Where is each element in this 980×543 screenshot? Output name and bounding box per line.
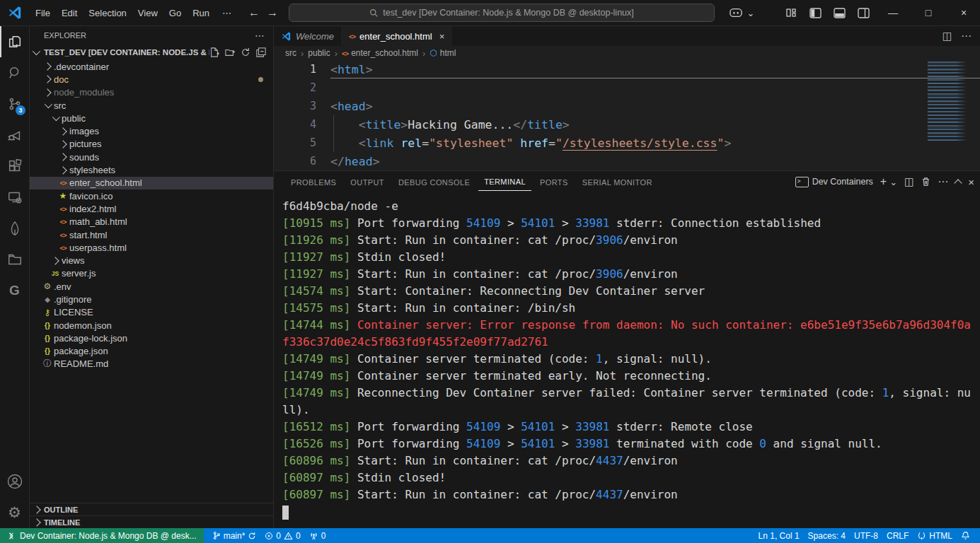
menu-selection[interactable]: Selection [83,5,132,21]
git-branch-status[interactable]: main* [208,528,261,543]
terminal-dropdown-chevron-icon[interactable]: ⌄ [889,177,897,187]
source-control-icon[interactable]: 3 [0,88,29,119]
tree-item-package-lock-json[interactable]: {}package-lock.json [30,332,273,344]
code-editor[interactable]: 1<html>23<head>4 <title>Hacking Game...<… [274,60,980,170]
customize-layout-icon[interactable] [780,3,802,23]
tree-item-views[interactable]: views [30,254,273,267]
menu-file[interactable]: File [30,5,56,21]
tree-item-userpass-html[interactable]: <>userpass.html [30,241,273,254]
breadcrumb-item-html[interactable]: ⬡html [430,48,456,58]
explorer-more-actions-icon[interactable]: ⋯ [255,30,265,41]
remote-explorer-icon[interactable] [0,182,29,213]
panel-tab-serial-monitor[interactable]: SERIAL MONITOR [577,173,658,191]
tree-item-package-json[interactable]: {}package.json [30,345,273,358]
search-view-icon[interactable] [0,57,29,88]
tree-item-favicon-ico[interactable]: ★favicon.ico [30,189,273,202]
terminal-profile[interactable]: > Dev Containers [795,177,873,187]
refresh-icon[interactable] [241,47,250,57]
notifications-bell-icon[interactable] [957,531,974,540]
mongodb-icon[interactable] [0,213,29,244]
tree-item-sounds[interactable]: sounds [30,151,273,163]
new-terminal-icon[interactable]: + [880,175,887,188]
menu-edit[interactable]: Edit [56,5,83,21]
editor-tabs-bar: Welcome<>enter_school.html× ◫ ⋯ [274,26,980,46]
tree-item-public[interactable]: public [30,112,273,124]
split-terminal-icon[interactable]: ◫ [904,175,914,188]
remote-indicator[interactable]: Dev Container: Node.js & Mongo DB @ desk… [0,528,204,543]
language-mode-status[interactable]: HTML [913,531,957,541]
tree-item-nodemon-json[interactable]: {}nodemon.json [30,319,273,332]
timeline-section[interactable]: TIMELINE [30,515,273,528]
eol-status[interactable]: CRLF [882,531,913,541]
menu-run[interactable]: Run [187,5,215,21]
tree-item-enter-school-html[interactable]: <>enter_school.html [30,177,273,189]
tree-item-pictures[interactable]: pictures [30,138,273,151]
settings-gear-icon[interactable]: ⚙ [0,497,29,528]
tree-item--env[interactable]: ⚙.env [30,280,273,293]
tree-item--devcontainer[interactable]: .devcontainer [30,60,273,73]
account-icon[interactable] [0,466,29,497]
panel-tab-ports[interactable]: PORTS [534,173,574,191]
tree-item-images[interactable]: images [30,124,273,137]
nav-forward-icon[interactable]: → [267,6,278,19]
editor-more-actions-icon[interactable]: ⋯ [961,30,972,42]
tree-item-start-html[interactable]: <>start.html [30,228,273,241]
tree-item-stylesheets[interactable]: stylesheets [30,163,273,176]
panel-tab-problems[interactable]: PROBLEMS [285,173,342,191]
toggle-primary-sidebar-icon[interactable] [805,3,826,23]
run-debug-icon[interactable] [0,119,29,151]
outline-section[interactable]: OUTLINE [30,503,273,515]
kill-terminal-trash-icon[interactable] [921,177,930,187]
gitlens-icon[interactable]: G [0,275,29,306]
menu-view[interactable]: View [132,5,163,21]
minimap[interactable] [928,62,969,141]
window-close-button[interactable]: × [947,1,980,25]
tab-enter-school-html[interactable]: <>enter_school.html× [342,26,452,46]
toggle-secondary-sidebar-icon[interactable] [853,3,874,23]
collapse-folders-icon[interactable] [256,47,266,57]
project-root-row[interactable]: TEST_DEV [DEV CONTAINER: NODE.JS & MONGO… [30,45,273,60]
window-maximize-button[interactable]: □ [912,1,945,25]
maximize-panel-icon[interactable] [955,179,962,187]
tree-item-node-modules[interactable]: node_modules [30,86,273,99]
tree-item-math-abi-html[interactable]: <>math_abi.html [30,216,273,228]
tree-item--gitignore[interactable]: ◆.gitignore [30,293,273,305]
panel-more-actions-icon[interactable]: ⋯ [938,175,948,188]
new-folder-icon[interactable] [225,47,235,57]
panel-tab-output[interactable]: OUTPUT [345,173,390,191]
encoding-status[interactable]: UTF-8 [850,531,882,541]
breadcrumb-item-enter-school-html[interactable]: <>enter_school.html [342,48,418,58]
containers-icon[interactable] [0,244,29,275]
tree-item-license[interactable]: ⚷LICENSE [30,306,273,319]
new-file-icon[interactable] [209,47,219,57]
tab-welcome[interactable]: Welcome [274,26,342,46]
tree-item-server-js[interactable]: JSserver.js [30,267,273,280]
split-editor-icon[interactable]: ◫ [942,30,952,42]
breadcrumb-item-public[interactable]: public [308,48,330,58]
breadcrumb-item-src[interactable]: src [285,48,296,58]
tree-item-doc[interactable]: doc [30,73,273,86]
terminal-output[interactable]: f6d4b9cba/node -e[10915 ms] Port forward… [274,192,980,528]
menu-go[interactable]: Go [163,5,187,21]
problems-status[interactable]: 0 0 [260,528,304,543]
forwarded-ports-status[interactable]: 0 [305,528,330,543]
menu-more[interactable]: ⋯ [217,5,237,21]
toggle-panel-icon[interactable] [829,3,850,23]
tree-item-label: favicon.ico [69,191,273,202]
cursor-position-status[interactable]: Ln 1, Col 1 [754,531,804,541]
indentation-status[interactable]: Spaces: 4 [804,531,850,541]
panel-tab-terminal[interactable]: TERMINAL [478,173,531,191]
close-panel-icon[interactable]: × [968,176,974,188]
tree-item-index2-html[interactable]: <>index2.html [30,202,273,215]
window-minimize-button[interactable]: — [877,1,909,25]
tree-item-readme-md[interactable]: ⓘREADME.md [30,358,273,370]
panel-tab-debug-console[interactable]: DEBUG CONSOLE [393,173,475,191]
command-center-search[interactable]: test_dev [Dev Container: Node.js & Mongo… [289,4,715,22]
copilot-menu-chevron-icon[interactable]: ⌄ [745,3,756,23]
nav-back-icon[interactable]: ← [248,6,260,19]
tree-item-src[interactable]: src [30,99,273,112]
copilot-icon[interactable] [725,3,746,23]
extensions-icon[interactable] [0,151,29,182]
explorer-icon[interactable] [0,26,29,57]
tab-close-icon[interactable]: × [439,31,445,42]
